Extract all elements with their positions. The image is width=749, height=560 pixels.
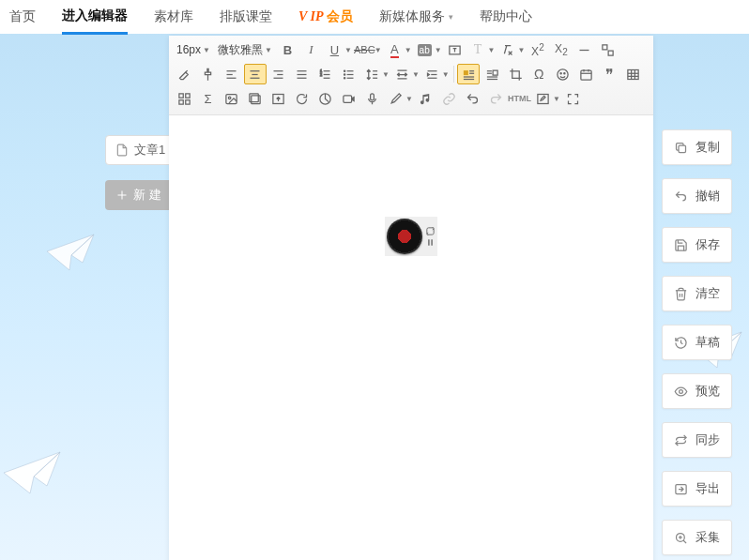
- sync-button[interactable]: 同步: [662, 422, 732, 458]
- document-tab-label: 文章1: [134, 142, 165, 159]
- new-document-button[interactable]: 新 建: [105, 180, 173, 210]
- video-button[interactable]: [338, 88, 360, 109]
- dropdown-caret[interactable]: ▼: [553, 95, 560, 103]
- export-button[interactable]: 导出: [662, 471, 732, 507]
- align-justify-button[interactable]: [291, 64, 313, 84]
- fullscreen-button[interactable]: [561, 88, 584, 109]
- dropdown-caret[interactable]: ▼: [488, 46, 496, 54]
- font-family-select[interactable]: 微软雅黑▼: [214, 40, 276, 60]
- document-tab[interactable]: 文章1: [105, 135, 176, 165]
- editor-shell: 16px▼ 微软雅黑▼ B I U▼ ABC▼ A▼ ab▼ T▼ ▼ X2 X…: [169, 36, 653, 560]
- italic-button[interactable]: I: [299, 39, 322, 60]
- nav-home[interactable]: 首页: [9, 1, 36, 33]
- nav-layout-class[interactable]: 排版课堂: [220, 1, 272, 33]
- indent-button[interactable]: [420, 64, 443, 84]
- dropdown-caret[interactable]: ▼: [412, 70, 420, 79]
- svg-point-73: [680, 389, 683, 393]
- strikethrough-button[interactable]: ABC: [353, 39, 375, 60]
- dropdown-caret[interactable]: ▼: [442, 70, 450, 79]
- date-button[interactable]: [574, 64, 597, 84]
- omega-button[interactable]: Ω: [527, 64, 550, 84]
- underline-button[interactable]: U: [323, 39, 345, 60]
- float-left-button[interactable]: [457, 64, 480, 84]
- dropdown-caret[interactable]: ▼: [344, 46, 352, 54]
- svg-rect-58: [186, 93, 190, 97]
- dropdown-caret[interactable]: ▼: [382, 70, 390, 79]
- svg-rect-60: [186, 99, 190, 103]
- nav-materials[interactable]: 素材库: [154, 1, 193, 33]
- html-source-button[interactable]: HTML: [508, 88, 530, 109]
- grid-button[interactable]: [174, 88, 196, 109]
- eraser-button[interactable]: [174, 64, 196, 84]
- save-button[interactable]: 保存: [662, 227, 732, 263]
- nav-vip[interactable]: V IP 会员: [298, 1, 353, 33]
- clear-format-button[interactable]: [497, 39, 519, 60]
- format-painter-button[interactable]: [197, 64, 220, 84]
- nav-editor[interactable]: 进入编辑器: [62, 0, 128, 35]
- right-action-rail: 复制 撤销 保存 清空 草稿 预览 同步 导出: [662, 129, 732, 555]
- redo-button[interactable]: [484, 88, 507, 109]
- chart-button[interactable]: [314, 88, 337, 109]
- font-size-select[interactable]: 16px▼: [173, 41, 214, 58]
- brush-button[interactable]: [385, 88, 407, 109]
- copy-button[interactable]: 复制: [662, 129, 732, 165]
- link-button[interactable]: [437, 88, 460, 109]
- subscript-button[interactable]: X2: [550, 39, 573, 60]
- upload-button[interactable]: [268, 88, 290, 109]
- preview-button[interactable]: 预览: [662, 373, 732, 409]
- horizontal-rule-button[interactable]: [573, 39, 596, 60]
- line-height-button[interactable]: [361, 64, 384, 84]
- microphone-button[interactable]: [361, 88, 384, 109]
- align-right-button[interactable]: [268, 64, 290, 84]
- svg-rect-68: [371, 93, 374, 99]
- clear-button[interactable]: 清空: [662, 276, 732, 311]
- image-button[interactable]: [221, 88, 243, 109]
- audio-widget[interactable]: [385, 217, 437, 256]
- align-left-button[interactable]: [221, 64, 243, 84]
- dropdown-caret[interactable]: ▼: [405, 95, 413, 103]
- edit-button[interactable]: [531, 88, 554, 109]
- svg-point-24: [344, 70, 345, 71]
- dropdown-caret[interactable]: ▼: [435, 46, 442, 54]
- collect-button[interactable]: 采集: [662, 520, 732, 555]
- multi-image-button[interactable]: [244, 88, 267, 109]
- editor-canvas[interactable]: [169, 115, 653, 560]
- bold-button[interactable]: B: [276, 39, 298, 60]
- svg-rect-67: [344, 95, 352, 102]
- svg-rect-71: [431, 239, 432, 245]
- draft-button[interactable]: 草稿: [662, 325, 732, 360]
- toggle-button[interactable]: [597, 39, 619, 60]
- svg-point-45: [558, 68, 568, 79]
- dropdown-caret[interactable]: ▼: [405, 46, 412, 54]
- text-box-button[interactable]: [443, 39, 466, 60]
- emoji-button[interactable]: [551, 64, 573, 84]
- undo-action-button[interactable]: 撤销: [662, 178, 732, 214]
- table-button[interactable]: [621, 64, 644, 84]
- sigma-button[interactable]: Σ: [197, 88, 220, 109]
- copy-icon: [674, 141, 688, 155]
- nav-newmedia[interactable]: 新媒体服务▾: [379, 1, 453, 33]
- crop-button[interactable]: [504, 64, 527, 84]
- superscript-button[interactable]: X2: [527, 39, 549, 60]
- svg-rect-35: [464, 70, 468, 75]
- undo-button[interactable]: [461, 88, 483, 109]
- svg-point-25: [344, 73, 345, 74]
- history-icon: [674, 336, 688, 350]
- font-color-button[interactable]: A: [383, 39, 405, 60]
- dropdown-caret[interactable]: ▼: [374, 46, 382, 54]
- text-style-button[interactable]: T: [466, 39, 489, 60]
- letter-spacing-button[interactable]: [390, 64, 413, 84]
- pause-icon: [425, 237, 436, 248]
- quote-button[interactable]: ❞: [598, 64, 620, 84]
- unordered-list-button[interactable]: [338, 64, 360, 84]
- nav-help[interactable]: 帮助中心: [480, 1, 532, 33]
- top-nav: 首页 进入编辑器 素材库 排版课堂 V IP 会员 新媒体服务▾ 帮助中心: [0, 0, 749, 34]
- ordered-list-button[interactable]: 12: [314, 64, 337, 84]
- music-button[interactable]: [414, 88, 436, 109]
- dropdown-caret[interactable]: ▼: [517, 46, 525, 54]
- highlight-button[interactable]: ab: [413, 39, 436, 60]
- refresh-button[interactable]: [291, 88, 313, 109]
- export-icon: [674, 482, 688, 496]
- float-right-button[interactable]: [481, 64, 503, 84]
- align-center-button[interactable]: [244, 64, 267, 84]
